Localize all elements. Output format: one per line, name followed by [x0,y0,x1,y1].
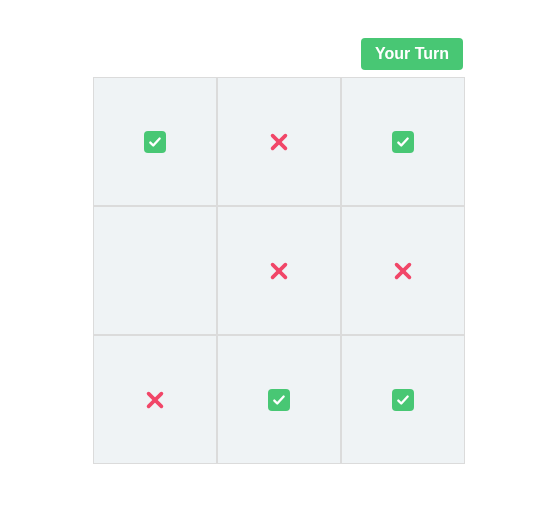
x-icon [268,260,290,282]
check-icon [392,131,414,153]
game-board [93,77,465,464]
board-cell-8[interactable] [341,335,465,464]
check-icon [144,131,166,153]
board-cell-1[interactable] [217,77,341,206]
board-cell-2[interactable] [341,77,465,206]
board-cell-3[interactable] [93,206,217,335]
check-icon [268,389,290,411]
board-cell-0[interactable] [93,77,217,206]
x-icon [144,389,166,411]
game-container: Your Turn [0,0,557,522]
turn-badge: Your Turn [361,38,463,70]
check-icon [392,389,414,411]
board-cell-5[interactable] [341,206,465,335]
board-cell-7[interactable] [217,335,341,464]
x-icon [268,131,290,153]
board-cell-6[interactable] [93,335,217,464]
x-icon [392,260,414,282]
board-cell-4[interactable] [217,206,341,335]
